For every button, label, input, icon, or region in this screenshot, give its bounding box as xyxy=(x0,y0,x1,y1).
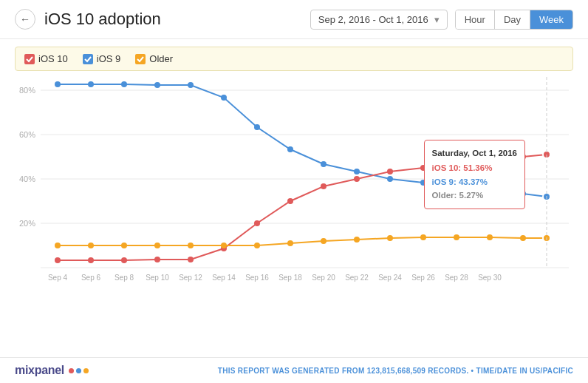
header: ← iOS 10 adoption Sep 2, 2016 - Oct 1, 2… xyxy=(0,0,588,39)
ios9-dot xyxy=(321,161,327,167)
ios10-dot xyxy=(387,169,393,174)
svg-text:60%: 60% xyxy=(19,130,35,139)
ios9-dot xyxy=(254,124,260,130)
ios10-dot xyxy=(321,183,327,189)
legend-item-ios10[interactable]: iOS 10 xyxy=(24,53,68,64)
ios10-dot xyxy=(188,257,194,262)
ios9-dot xyxy=(88,81,94,87)
check-icon xyxy=(84,55,92,63)
older-dot xyxy=(254,243,260,248)
svg-text:Sep 8: Sep 8 xyxy=(114,274,134,282)
ios9-dot xyxy=(387,176,393,182)
hour-button[interactable]: Hour xyxy=(456,10,495,29)
ios10-line xyxy=(58,155,547,260)
older-checkbox[interactable] xyxy=(135,54,146,64)
svg-text:Sep 24: Sep 24 xyxy=(378,274,402,282)
ios10-dot xyxy=(520,154,526,160)
svg-text:Sep 6: Sep 6 xyxy=(81,274,101,282)
chart-svg: 80% 60% 40% 20% Sep 4 Sep 6 Sep 8 Sep 10… xyxy=(15,77,573,310)
page-title: iOS 10 adoption xyxy=(44,10,310,29)
older-dot xyxy=(121,243,127,248)
back-button[interactable]: ← xyxy=(15,9,35,30)
ios9-dot xyxy=(154,82,160,88)
svg-text:Sep 12: Sep 12 xyxy=(179,274,202,282)
ios9-dot xyxy=(121,81,127,87)
older-dot xyxy=(387,235,393,241)
older-dot xyxy=(487,234,493,240)
ios9-dot xyxy=(55,81,61,87)
svg-text:Sep 4: Sep 4 xyxy=(48,274,68,282)
check-icon xyxy=(137,55,144,63)
mixpanel-logo: mixpanel xyxy=(15,364,89,377)
svg-text:Sep 26: Sep 26 xyxy=(411,274,435,282)
svg-text:Sep 20: Sep 20 xyxy=(312,274,335,282)
ios9-dot xyxy=(287,146,293,152)
older-line xyxy=(58,237,547,245)
legend-item-older[interactable]: Older xyxy=(135,53,173,64)
day-button[interactable]: Day xyxy=(495,10,530,29)
svg-text:Sep 18: Sep 18 xyxy=(278,274,302,282)
ios10-dot xyxy=(487,157,493,163)
date-range-label: Sep 2, 2016 - Oct 1, 2016 xyxy=(318,14,428,25)
footer-record-count: 123,815,668,509 xyxy=(367,367,426,375)
ios10-dot xyxy=(287,198,293,204)
ios10-label: iOS 10 xyxy=(38,53,68,64)
ios9-dot xyxy=(520,191,526,197)
ios10-dot xyxy=(254,220,260,226)
older-dot xyxy=(454,234,459,240)
footer: mixpanel THIS REPORT WAS GENERATED FROM … xyxy=(0,357,588,383)
svg-text:Sep 10: Sep 10 xyxy=(146,274,169,282)
older-dot xyxy=(354,237,360,243)
chart-container: iOS 10 iOS 9 Older 80% 60% xyxy=(0,39,588,357)
date-range-selector[interactable]: Sep 2, 2016 - Oct 1, 2016 ▾ xyxy=(310,10,448,30)
svg-text:Sep 28: Sep 28 xyxy=(445,274,468,282)
older-dot xyxy=(420,234,426,240)
back-icon: ← xyxy=(20,13,30,25)
logo-dot-blue xyxy=(76,368,81,373)
week-button[interactable]: Week xyxy=(530,10,572,29)
ios10-dot xyxy=(454,161,459,167)
svg-text:Sep 16: Sep 16 xyxy=(245,274,269,282)
svg-text:20%: 20% xyxy=(19,219,35,228)
ios9-dot xyxy=(454,183,459,189)
ios9-dot xyxy=(188,82,194,88)
ios9-dot xyxy=(487,187,493,193)
older-dot xyxy=(55,243,61,248)
ios9-dot xyxy=(221,95,227,101)
ios10-dot xyxy=(55,257,61,263)
svg-text:40%: 40% xyxy=(19,174,35,183)
ios10-dot xyxy=(121,257,127,263)
ios10-checkbox[interactable] xyxy=(24,54,35,64)
older-dot xyxy=(287,240,293,246)
chevron-down-icon: ▾ xyxy=(434,14,440,25)
older-dot xyxy=(321,238,327,244)
ios9-label: iOS 9 xyxy=(97,53,121,64)
mixpanel-dots xyxy=(69,368,89,373)
logo-dot-orange xyxy=(83,368,89,373)
svg-text:Sep 22: Sep 22 xyxy=(345,274,369,282)
legend-item-ios9[interactable]: iOS 9 xyxy=(83,53,121,64)
page: ← iOS 10 adoption Sep 2, 2016 - Oct 1, 2… xyxy=(0,0,588,383)
older-label: Older xyxy=(149,53,173,64)
svg-text:Sep 14: Sep 14 xyxy=(212,274,236,282)
older-dot xyxy=(221,243,227,248)
older-dot xyxy=(154,243,160,248)
ios10-dot xyxy=(354,176,360,182)
logo-dot-red xyxy=(69,368,74,373)
ios9-dot xyxy=(420,180,426,186)
ios10-dot xyxy=(420,165,426,171)
svg-text:Sep 30: Sep 30 xyxy=(478,274,502,282)
svg-text:80%: 80% xyxy=(19,86,35,95)
ios10-dot xyxy=(154,257,160,262)
time-button-group: Hour Day Week xyxy=(455,10,573,30)
older-dot xyxy=(88,243,94,248)
mixpanel-logo-text: mixpanel xyxy=(15,364,64,377)
older-dot xyxy=(188,243,194,248)
ios9-dot xyxy=(354,169,360,174)
ios10-dot xyxy=(88,257,94,263)
ios9-checkbox[interactable] xyxy=(83,54,93,64)
older-dot xyxy=(520,235,526,241)
ios9-line xyxy=(58,84,547,197)
chart-svg-wrapper: 80% 60% 40% 20% Sep 4 Sep 6 Sep 8 Sep 10… xyxy=(15,77,573,313)
legend: iOS 10 iOS 9 Older xyxy=(15,47,573,71)
